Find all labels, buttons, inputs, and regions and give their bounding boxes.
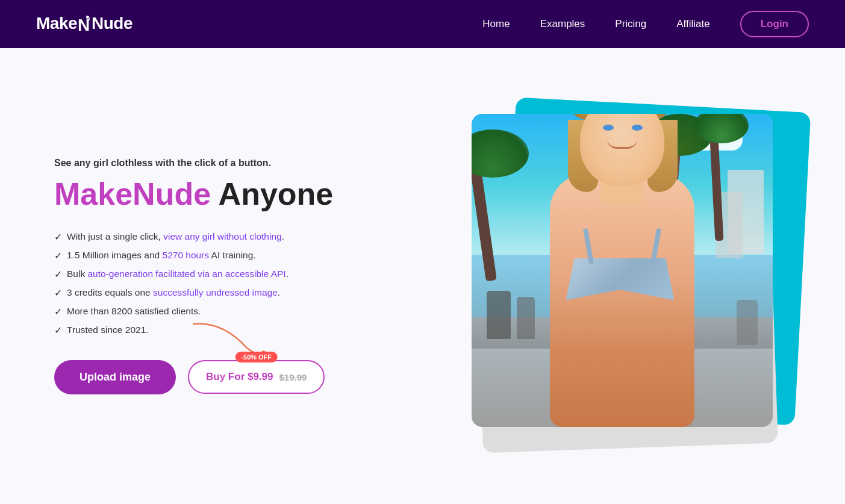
- feature-link[interactable]: auto-generation facilitated via an acces…: [87, 269, 285, 279]
- nav-pricing[interactable]: Pricing: [615, 18, 646, 30]
- feature-link[interactable]: 5270 hours: [163, 250, 210, 260]
- hero-image-container: [472, 114, 791, 439]
- hero-subtitle: See any girl clothless with the click of…: [54, 158, 333, 169]
- hero-title-rest: Anyone: [211, 176, 333, 211]
- check-icon: ✓: [54, 232, 62, 243]
- feature-item: ✓ 1.5 Million images and 5270 hours AI t…: [54, 250, 333, 261]
- feature-text: Bulk auto-generation facilitated via an …: [67, 269, 288, 279]
- check-icon: ✓: [54, 269, 62, 280]
- eye-right: [632, 125, 643, 131]
- feature-text: More than 8200 satisfied clients.: [67, 306, 201, 317]
- check-icon: ✓: [54, 306, 62, 317]
- hero-section: See any girl clothless with the click of…: [0, 48, 845, 504]
- hero-left: See any girl clothless with the click of…: [54, 158, 333, 394]
- navbar: Make N Nude Home Examples Pricing Affili…: [0, 0, 845, 48]
- feature-text: Trusted since 2021.: [67, 325, 149, 335]
- login-button[interactable]: Login: [740, 11, 809, 37]
- logo[interactable]: Make N Nude: [36, 14, 133, 34]
- hero-title: MakeNude Anyone: [54, 177, 333, 211]
- buy-price: Buy For $9.99: [206, 371, 273, 383]
- check-icon: ✓: [54, 250, 62, 261]
- person-face: [580, 114, 664, 186]
- feature-text: 1.5 Million images and 5270 hours AI tra…: [67, 250, 256, 261]
- discount-badge: -50% OFF: [235, 352, 278, 362]
- bg-person-3: [737, 300, 758, 345]
- feature-text: With just a single click, view any girl …: [67, 231, 284, 242]
- person-body: [550, 174, 694, 427]
- eye-left: [603, 125, 614, 131]
- nav-examples[interactable]: Examples: [540, 18, 585, 30]
- hero-title-brand: MakeNude: [54, 176, 211, 211]
- svg-point-1: [86, 16, 89, 19]
- nav-affiliate[interactable]: Affiliate: [676, 18, 709, 30]
- feature-link[interactable]: successfully undressed image: [153, 287, 278, 297]
- nav-links: Home Examples Pricing Affiliate Login: [482, 11, 809, 37]
- main-photo-card: [472, 114, 773, 427]
- bg-person-1: [487, 291, 511, 339]
- feature-item: ✓ 3 credits equals one successfully undr…: [54, 287, 333, 299]
- cta-row: Upload image -50% OFF Buy For $9.99 $19.…: [54, 360, 333, 394]
- check-icon: ✓: [54, 288, 62, 299]
- logo-icon: N: [78, 15, 91, 34]
- logo-text: Make N Nude: [36, 14, 133, 34]
- feature-text: 3 credits equals one successfully undres…: [67, 287, 280, 298]
- feature-item: ✓ Bulk auto-generation facilitated via a…: [54, 269, 333, 280]
- upload-image-button[interactable]: Upload image: [54, 360, 176, 394]
- feature-item: ✓ With just a single click, view any gir…: [54, 231, 333, 243]
- nav-home[interactable]: Home: [482, 18, 510, 30]
- old-price: $19.99: [279, 372, 307, 382]
- bg-person-2: [517, 297, 535, 339]
- check-icon: ✓: [54, 325, 62, 336]
- feature-item: ✓ More than 8200 satisfied clients.: [54, 306, 333, 317]
- feature-link[interactable]: view any girl without clothing: [163, 231, 281, 241]
